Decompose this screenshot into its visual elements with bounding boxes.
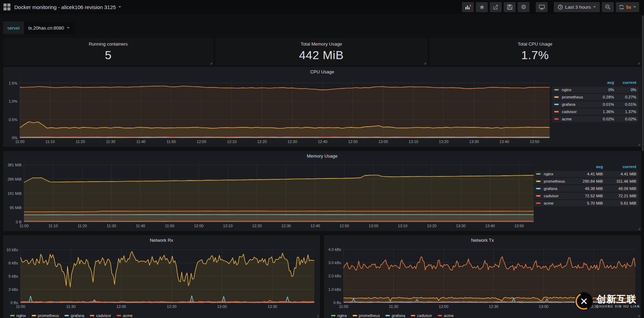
series-name[interactable]: acme (542, 201, 571, 205)
time-range-picker[interactable]: Last 3 hours (554, 2, 599, 12)
legend-item-cadvisor[interactable]: cadvisor (90, 313, 111, 318)
memory-legend-table: avgcurrentnginx4.41 MiB4.41 MiBprometheu… (534, 164, 638, 207)
star-button[interactable] (476, 2, 488, 12)
legend-item-nginx[interactable]: nginx (331, 313, 347, 318)
legend-row-acme[interactable]: acme0.02%0.02% (552, 116, 638, 122)
svg-text:11:20: 11:20 (76, 140, 85, 144)
legend-row-cadvisor[interactable]: cadvisor72.52 MiB72.21 MiB (534, 193, 638, 199)
legend-row-grafana[interactable]: grafana49.38 MiB49.09 MiB (534, 185, 638, 192)
series-color-dash (90, 315, 94, 316)
stat-panel-total-memory: Total Memory Usage 442 MiB (215, 38, 427, 65)
panel-title[interactable]: Network Rx (3, 238, 320, 243)
svg-text:4.0 kBs: 4.0 kBs (328, 247, 341, 252)
series-avg: 72.52 MiB (571, 194, 603, 198)
svg-text:11:50: 11:50 (165, 224, 174, 228)
refresh-interval-label: 5s (626, 5, 631, 10)
legend-item-prometheus[interactable]: prometheus (353, 313, 380, 318)
series-name[interactable]: nginx (542, 172, 571, 176)
add-panel-button[interactable] (462, 2, 474, 12)
zoom-out-button[interactable] (602, 2, 614, 12)
svg-text:13:00: 13:00 (378, 140, 388, 144)
chevron-down-icon (593, 6, 596, 8)
series-name[interactable]: prometheus (542, 179, 571, 183)
legend-item-acme[interactable]: acme (438, 313, 454, 318)
svg-text:3.0 kBs: 3.0 kBs (328, 261, 341, 265)
series-name[interactable]: nginx (560, 88, 594, 92)
series-color-dash (536, 173, 541, 175)
legend-row-prometheus[interactable]: prometheus0.28%0.27% (552, 94, 638, 100)
stat-title[interactable]: Total CPU Usage (429, 38, 641, 47)
panel-title[interactable]: CPU Usage (3, 69, 641, 74)
svg-text:12:10: 12:10 (223, 224, 233, 228)
series-current: 0.02% (614, 117, 636, 121)
legend-row-nginx[interactable]: nginx4.41 MiB4.41 MiB (534, 171, 638, 177)
legend-row-grafana[interactable]: grafana0.01%0.01% (552, 101, 638, 108)
svg-text:11:30: 11:30 (106, 140, 116, 144)
series-color-dash (32, 315, 36, 316)
svg-text:13:30: 13:30 (456, 224, 466, 228)
save-button[interactable] (504, 2, 516, 12)
svg-text:11:10: 11:10 (46, 140, 55, 144)
series-color-dash (353, 315, 357, 316)
legend-row-cadvisor[interactable]: cadvisor1.36%1.37% (552, 109, 638, 115)
legend-item-cadvisor[interactable]: cadvisor (411, 313, 432, 318)
stat-panel-total-cpu: Total CPU Usage 1.7% (429, 38, 641, 65)
legend-row-nginx[interactable]: nginx0%0% (552, 87, 638, 93)
save-icon (507, 5, 512, 10)
refresh-button[interactable]: 5s (616, 2, 639, 12)
legend-item-acme[interactable]: acme (117, 313, 133, 318)
series-name[interactable]: cadvisor (560, 110, 594, 114)
series-color-dash (554, 104, 559, 105)
series-name[interactable]: grafana (560, 102, 594, 106)
series-current: 1.37% (614, 110, 636, 114)
series-current: 311.46 MiB (603, 179, 636, 183)
share-button[interactable] (490, 2, 502, 12)
cycle-view-button[interactable] (536, 2, 548, 12)
series-name[interactable]: acme (560, 117, 594, 121)
svg-text:0.5%: 0.5% (9, 118, 17, 122)
svg-text:12:20: 12:20 (257, 140, 267, 144)
panel-title[interactable]: Memory Usage (3, 153, 641, 159)
series-color-dash (536, 195, 541, 197)
series-avg: 0.01% (594, 102, 614, 106)
server-variable-dropdown[interactable]: tx.20has.cn:8080 (24, 22, 74, 34)
legend-row-acme[interactable]: acme5.70 MiB5.61 MiB (534, 200, 638, 206)
svg-text:12:40: 12:40 (311, 224, 320, 228)
dashboard-title-dropdown[interactable]: Docker monitoring - alicek106 revision 3… (14, 4, 121, 10)
settings-button[interactable]: ⚙ (518, 2, 529, 12)
svg-text:13:00: 13:00 (539, 304, 549, 309)
svg-text:13:40: 13:40 (485, 224, 495, 228)
network-rx-chart[interactable]: 0 Bs3 kBs5 kBs8 kBs10 kBs11:0011:3012:00… (5, 244, 317, 310)
svg-text:11:00: 11:00 (16, 304, 25, 309)
svg-text:12:30: 12:30 (489, 304, 498, 309)
scrollbar-thumb[interactable] (642, 15, 644, 151)
dashboard-grid-icon[interactable] (3, 3, 10, 10)
svg-text:12:00: 12:00 (439, 304, 449, 309)
legend-item-grafana[interactable]: grafana (385, 313, 405, 318)
series-current: 4.41 MiB (603, 172, 636, 176)
svg-text:12:00: 12:00 (197, 140, 206, 144)
legend-item-nginx[interactable]: nginx (10, 313, 26, 318)
svg-text:11:40: 11:40 (136, 224, 145, 228)
panel-title[interactable]: Network Tx (324, 238, 641, 243)
legend-row-prometheus[interactable]: prometheus290.84 MiB311.46 MiB (534, 178, 638, 184)
svg-text:95 MiB: 95 MiB (10, 206, 22, 210)
svg-text:13:40: 13:40 (500, 140, 509, 144)
series-color-dash (554, 96, 559, 98)
cpu-usage-chart[interactable]: 0%0.5%1.0%1.5%11:0011:1011:2011:3011:401… (5, 76, 552, 145)
series-name[interactable]: cadvisor (542, 194, 571, 198)
legend-item-prometheus[interactable]: prometheus (32, 313, 59, 318)
svg-text:1.5%: 1.5% (9, 81, 17, 85)
legend-header-row: avgcurrent (534, 164, 638, 170)
stat-title[interactable]: Running containers (3, 38, 213, 47)
legend-item-grafana[interactable]: grafana (64, 313, 84, 318)
svg-text:12:00: 12:00 (194, 224, 204, 228)
stat-title[interactable]: Total Memory Usage (215, 38, 427, 47)
series-name[interactable]: prometheus (560, 95, 594, 99)
series-name[interactable]: grafana (542, 186, 571, 191)
svg-text:12:50: 12:50 (339, 224, 349, 228)
svg-text:12:40: 12:40 (318, 140, 328, 144)
memory-usage-chart[interactable]: 0 B95 MiB191 MiB286 MiB381 MiB11:0011:10… (5, 160, 536, 229)
svg-text:13:00: 13:00 (369, 224, 378, 228)
watermark: ✕ 创新互联 CHUANG XIN HU LIAN (575, 292, 640, 310)
